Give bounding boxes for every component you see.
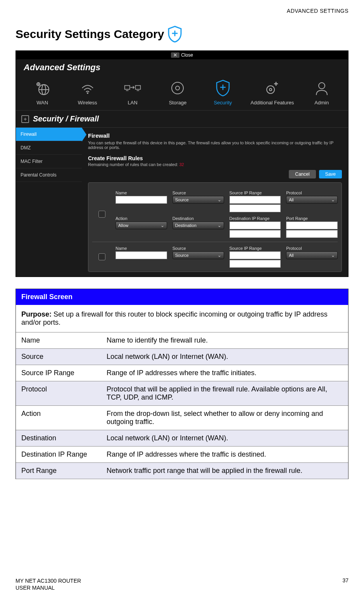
nav-security[interactable]: Security <box>205 80 240 106</box>
source-ip-input-2[interactable] <box>229 204 281 212</box>
source-select[interactable]: Source <box>173 251 224 259</box>
create-rules-heading: Create Firewall Rules <box>88 155 342 161</box>
dest-ip-input-2[interactable] <box>229 230 281 238</box>
table-row: SourceLocal network (LAN) or Internet (W… <box>16 349 348 365</box>
svg-point-10 <box>176 86 179 90</box>
destination-select[interactable]: Destination <box>173 222 224 229</box>
protocol-select[interactable]: All <box>286 251 338 259</box>
sidebar-item-dmz[interactable]: DMZ <box>16 141 82 155</box>
sidebar-item-parental[interactable]: Parental Controls <box>16 168 82 182</box>
source-ip-input-2[interactable] <box>229 260 281 268</box>
table-row: ActionFrom the drop-down list, select wh… <box>16 406 348 430</box>
field-label: Source <box>173 246 224 251</box>
firewall-doc-table: Firewall Screen Purpose: Set up a firewa… <box>16 289 348 479</box>
field-label: Source <box>173 190 224 195</box>
nav-label: Storage <box>169 100 187 106</box>
field-label: Protocol <box>286 246 338 251</box>
svg-rect-6 <box>135 85 140 89</box>
nav-label: WAN <box>36 100 48 106</box>
nav-label: Security <box>214 100 232 106</box>
page-number: 37 <box>342 577 348 591</box>
plus-gear-icon <box>264 80 281 97</box>
rules-table: Name SourceSource Source IP Range Protoc… <box>88 182 342 272</box>
source-ip-input-1[interactable] <box>229 196 281 204</box>
modal-title: Advanced Settings <box>16 59 348 76</box>
source-ip-input-1[interactable] <box>229 251 281 259</box>
field-label: Destination <box>173 216 224 221</box>
nav-wan[interactable]: WAN <box>25 80 60 106</box>
cancel-button[interactable]: Cancel <box>289 170 316 178</box>
footer-doc-type: USER MANUAL <box>16 584 81 591</box>
section-description: You can setup the firewall of this devic… <box>88 140 342 150</box>
disc-icon <box>169 80 186 97</box>
page-footer: MY NET AC1300 ROUTER USER MANUAL 37 <box>16 577 348 591</box>
port-range-input-1[interactable] <box>286 222 338 229</box>
field-label: Name <box>116 190 167 195</box>
field-label: Name <box>116 246 167 251</box>
sidebar-item-mac-filter[interactable]: MAC Filter <box>16 155 82 168</box>
rule-row: Name SourceSource Source IP Range Protoc… <box>92 187 338 242</box>
rule-row: Name SourceSource Source IP Range Protoc… <box>92 242 338 268</box>
breadcrumb-text: Security / Firewall <box>33 114 99 123</box>
dest-ip-input-1[interactable] <box>229 222 281 229</box>
router-ui-screenshot: ✕ Close Advanced Settings WAN Wireless <box>16 50 348 277</box>
rule-checkbox[interactable] <box>98 211 105 218</box>
table-row: Destination IP RangeRange of IP addresse… <box>16 447 348 463</box>
protocol-select[interactable]: All <box>286 196 338 204</box>
nav-label: Wireless <box>78 100 97 106</box>
close-bar[interactable]: ✕ Close <box>16 51 348 59</box>
field-label: Port Range <box>286 216 338 221</box>
lan-icon <box>124 80 141 97</box>
save-button[interactable]: Save <box>319 170 342 178</box>
user-icon <box>313 80 330 97</box>
sidebar-item-firewall[interactable]: Firewall <box>16 128 82 141</box>
remaining-rules-text: Remaining number of rules that can be cr… <box>88 162 342 167</box>
action-select[interactable]: Allow <box>116 222 167 229</box>
source-select[interactable]: Source <box>173 196 224 204</box>
name-input[interactable] <box>116 251 167 259</box>
nav-additional[interactable]: Additional Features <box>250 80 294 106</box>
svg-point-13 <box>319 83 325 89</box>
globe-icon <box>34 80 51 97</box>
port-range-input-2[interactable] <box>286 230 338 238</box>
nav-storage[interactable]: Storage <box>160 80 195 106</box>
field-label: Source IP Range <box>229 190 281 195</box>
nav-label: Admin <box>314 100 329 106</box>
nav-label: LAN <box>128 100 137 106</box>
table-row: DestinationLocal network (LAN) or Intern… <box>16 430 348 447</box>
table-row: Port RangeNetwork traffic port range tha… <box>16 463 348 479</box>
field-label: Destination IP Range <box>229 216 281 221</box>
table-row: ProtocolProtocol that will be applied in… <box>16 381 348 406</box>
svg-rect-5 <box>125 85 130 89</box>
wifi-icon <box>79 80 96 97</box>
table-purpose: Purpose: Set up a firewall for this rout… <box>16 305 348 332</box>
svg-point-12 <box>269 88 272 91</box>
table-row: NameName to identify the firewall rule. <box>16 332 348 349</box>
nav-label: Additional Features <box>250 100 294 106</box>
header-category: ADVANCED SETTINGS <box>16 8 348 14</box>
name-input[interactable] <box>116 196 167 204</box>
nav-admin[interactable]: Admin <box>304 80 339 106</box>
shield-icon <box>214 80 231 97</box>
page-title: Security Settings Category <box>16 28 164 41</box>
svg-point-9 <box>172 82 183 94</box>
shield-icon <box>167 26 183 43</box>
remaining-count: 32 <box>179 162 184 167</box>
svg-point-4 <box>87 92 88 94</box>
field-label: Source IP Range <box>229 246 281 251</box>
svg-point-11 <box>267 86 274 93</box>
rule-checkbox[interactable] <box>98 253 105 260</box>
table-row: Source IP RangeRange of IP addresses whe… <box>16 365 348 381</box>
nav-lan[interactable]: LAN <box>115 80 150 106</box>
close-icon: ✕ <box>171 52 179 58</box>
expand-icon[interactable]: + <box>21 115 29 123</box>
field-label: Protocol <box>286 190 338 195</box>
table-header: Firewall Screen <box>16 289 348 305</box>
field-label: Action <box>116 216 167 221</box>
footer-product: MY NET AC1300 ROUTER <box>16 577 81 584</box>
section-heading: Firewall <box>88 132 342 139</box>
close-label: Close <box>181 52 193 58</box>
nav-wireless[interactable]: Wireless <box>70 80 105 106</box>
